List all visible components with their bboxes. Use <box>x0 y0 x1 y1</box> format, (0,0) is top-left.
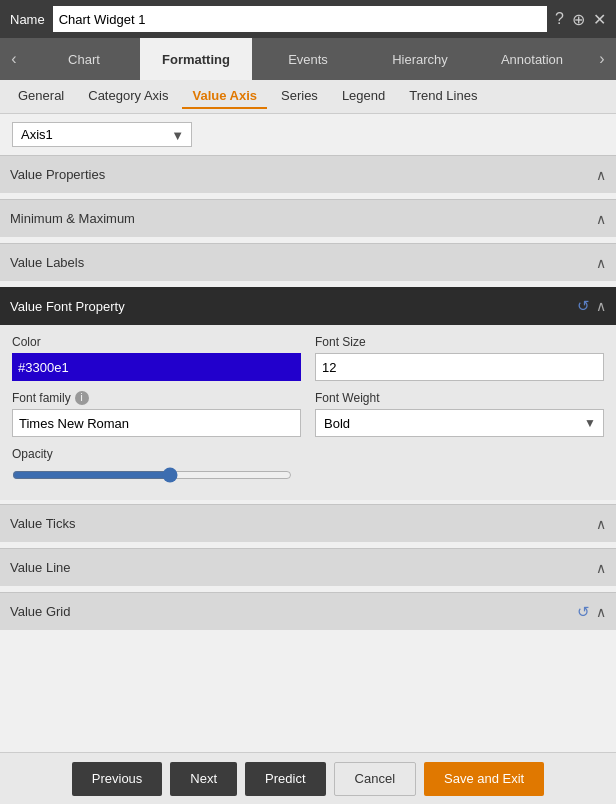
sub-tab-bar: General Category Axis Value Axis Series … <box>0 80 616 114</box>
font-weight-col: Font Weight Normal Bold Bolder Lighter ▼ <box>315 391 604 437</box>
value-font-property-content: Color Font Size Font family i <box>0 325 616 500</box>
value-labels-chevron-icon: ∧ <box>596 255 606 271</box>
value-properties-label: Value Properties <box>10 167 105 182</box>
tab-prev-button[interactable]: ‹ <box>0 38 28 80</box>
value-ticks-chevron-icon: ∧ <box>596 516 606 532</box>
name-label: Name <box>10 12 45 27</box>
fontfamily-fontweight-row: Font family i Font Weight Normal Bold Bo… <box>12 391 604 437</box>
cancel-button[interactable]: Cancel <box>334 762 416 796</box>
opacity-slider[interactable] <box>12 467 292 483</box>
opacity-row: Opacity <box>12 447 604 486</box>
value-properties-chevron-icon: ∧ <box>596 167 606 183</box>
axis-select-wrapper: Axis1 Axis2 ▼ <box>12 122 192 147</box>
name-icons: ? ⊕ ✕ <box>555 10 606 29</box>
font-weight-label: Font Weight <box>315 391 604 405</box>
value-line-label: Value Line <box>10 560 70 575</box>
minimum-maximum-label: Minimum & Maximum <box>10 211 135 226</box>
sub-tab-series[interactable]: Series <box>271 84 328 109</box>
value-line-section-header[interactable]: Value Line ∧ <box>0 548 616 586</box>
axis-row: Axis1 Axis2 ▼ <box>0 114 616 155</box>
sub-tab-category-axis[interactable]: Category Axis <box>78 84 178 109</box>
tab-formatting[interactable]: Formatting <box>140 38 252 80</box>
color-label: Color <box>12 335 301 349</box>
predict-button[interactable]: Predict <box>245 762 325 796</box>
value-properties-section-header[interactable]: Value Properties ∧ <box>0 155 616 193</box>
color-input[interactable] <box>12 353 301 381</box>
color-fontsize-row: Color Font Size <box>12 335 604 381</box>
font-size-label: Font Size <box>315 335 604 349</box>
sub-tab-legend[interactable]: Legend <box>332 84 395 109</box>
bottom-bar: Previous Next Predict Cancel Save and Ex… <box>0 752 616 804</box>
value-font-property-refresh-icon[interactable]: ↺ <box>577 297 590 315</box>
value-labels-section-header[interactable]: Value Labels ∧ <box>0 243 616 281</box>
font-family-label: Font family i <box>12 391 301 405</box>
sub-tab-general[interactable]: General <box>8 84 74 109</box>
name-input[interactable] <box>53 6 547 32</box>
font-size-col: Font Size <box>315 335 604 381</box>
sub-tab-trend-lines[interactable]: Trend Lines <box>399 84 487 109</box>
font-weight-select-wrap: Normal Bold Bolder Lighter ▼ <box>315 409 604 437</box>
help-icon[interactable]: ? <box>555 10 564 29</box>
tab-hierarchy[interactable]: Hierarchy <box>364 38 476 80</box>
tab-next-button[interactable]: › <box>588 38 616 80</box>
close-icon[interactable]: ✕ <box>593 10 606 29</box>
name-bar: Name ? ⊕ ✕ <box>0 0 616 38</box>
previous-button[interactable]: Previous <box>72 762 163 796</box>
minimum-maximum-section-header[interactable]: Minimum & Maximum ∧ <box>0 199 616 237</box>
value-grid-label: Value Grid <box>10 604 70 619</box>
font-size-input[interactable] <box>315 353 604 381</box>
minimum-maximum-chevron-icon: ∧ <box>596 211 606 227</box>
value-grid-chevron-icon: ∧ <box>596 604 606 620</box>
value-ticks-label: Value Ticks <box>10 516 76 531</box>
tab-chart[interactable]: Chart <box>28 38 140 80</box>
font-family-input[interactable] <box>12 409 301 437</box>
tab-annotation[interactable]: Annotation <box>476 38 588 80</box>
value-labels-label: Value Labels <box>10 255 84 270</box>
axis-select[interactable]: Axis1 Axis2 <box>12 122 192 147</box>
font-weight-select[interactable]: Normal Bold Bolder Lighter <box>315 409 604 437</box>
content-area: Value Properties ∧ Minimum & Maximum ∧ V… <box>0 155 616 749</box>
next-button[interactable]: Next <box>170 762 237 796</box>
value-ticks-section-header[interactable]: Value Ticks ∧ <box>0 504 616 542</box>
tab-bar: ‹ Chart Formatting Events Hierarchy Anno… <box>0 38 616 80</box>
opacity-label: Opacity <box>12 447 604 461</box>
font-family-col: Font family i <box>12 391 301 437</box>
value-grid-section-header[interactable]: Value Grid ↺ ∧ <box>0 592 616 630</box>
value-font-property-section-header[interactable]: Value Font Property ↺ ∧ <box>0 287 616 325</box>
font-family-info-icon[interactable]: i <box>75 391 89 405</box>
value-grid-refresh-icon[interactable]: ↺ <box>577 603 590 621</box>
value-font-property-chevron-icon: ∧ <box>596 298 606 314</box>
save-exit-button[interactable]: Save and Exit <box>424 762 544 796</box>
value-font-property-label: Value Font Property <box>10 299 125 314</box>
color-col: Color <box>12 335 301 381</box>
tab-events[interactable]: Events <box>252 38 364 80</box>
move-icon[interactable]: ⊕ <box>572 10 585 29</box>
value-line-chevron-icon: ∧ <box>596 560 606 576</box>
sub-tab-value-axis[interactable]: Value Axis <box>182 84 267 109</box>
